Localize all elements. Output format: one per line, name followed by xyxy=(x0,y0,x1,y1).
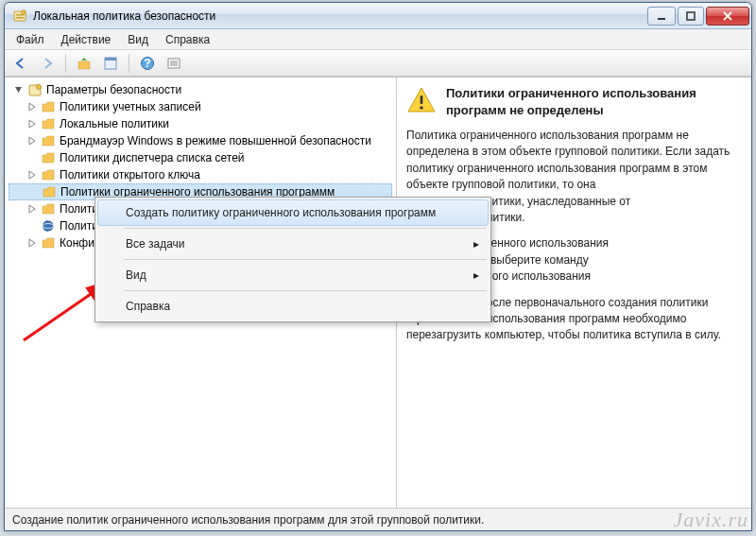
info-title: Политики ограниченного использования про… xyxy=(446,85,742,118)
tree-item-label: Локальные политики xyxy=(60,117,169,130)
folder-icon xyxy=(41,235,56,251)
folder-icon xyxy=(41,150,56,165)
back-button[interactable] xyxy=(10,53,31,74)
context-menu-separator xyxy=(124,228,487,229)
submenu-arrow-icon: ▸ xyxy=(473,237,479,251)
tree-item-firewall[interactable]: Брандмауэр Windows в режиме повышенной б… xyxy=(9,132,392,149)
context-menu-item-label: Создать политику ограниченного использов… xyxy=(126,206,436,219)
collapse-icon[interactable] xyxy=(12,83,26,96)
submenu-arrow-icon: ▸ xyxy=(473,268,479,282)
status-text: Создание политик ограниченного использов… xyxy=(12,513,484,527)
folder-icon xyxy=(41,99,56,114)
svg-rect-8 xyxy=(105,58,116,61)
menu-view[interactable]: Вид xyxy=(120,31,156,48)
expand-icon[interactable] xyxy=(26,236,39,250)
svg-rect-6 xyxy=(78,61,90,69)
tree-item-label: Брандмауэр Windows в режиме повышенной б… xyxy=(60,134,371,147)
expand-icon[interactable] xyxy=(26,168,39,182)
tree-item-label: Полити xyxy=(60,219,98,233)
context-menu-item-label: Все задачи xyxy=(126,237,185,251)
ipsec-icon xyxy=(41,218,56,233)
context-menu-separator xyxy=(124,290,487,291)
folder-icon xyxy=(41,133,56,148)
spacer xyxy=(26,219,39,233)
toolbar: ? xyxy=(5,50,751,77)
menu-action[interactable]: Действие xyxy=(54,31,119,48)
svg-point-3 xyxy=(22,9,26,13)
tree-item-label: Политики диспетчера списка сетей xyxy=(60,151,245,164)
tree-item-public-key[interactable]: Политики открытого ключа xyxy=(9,166,392,183)
context-menu-create-policy[interactable]: Создать политику ограниченного использов… xyxy=(97,199,489,226)
expand-icon[interactable] xyxy=(26,134,39,147)
warning-icon xyxy=(406,85,437,115)
svg-text:?: ? xyxy=(144,57,150,70)
folder-icon xyxy=(42,184,57,199)
app-icon xyxy=(12,9,27,24)
tree-item-label: Политики учетных записей xyxy=(60,100,201,113)
context-menu-view[interactable]: Вид ▸ xyxy=(97,262,489,288)
window-controls xyxy=(647,7,749,26)
context-menu-help[interactable]: Справка xyxy=(97,293,489,320)
expand-icon[interactable] xyxy=(26,202,39,216)
context-menu-item-label: Вид xyxy=(126,268,146,282)
toolbar-separator xyxy=(65,54,66,73)
maximize-button[interactable] xyxy=(678,7,704,26)
tree-root-label: Параметры безопасности xyxy=(46,83,181,96)
tree-item-label: Полити xyxy=(60,202,98,216)
spacer xyxy=(26,151,39,164)
tree-item-label: Конфи xyxy=(60,236,94,250)
folder-icon xyxy=(41,201,56,216)
expand-icon[interactable] xyxy=(26,117,39,130)
menu-help[interactable]: Справка xyxy=(158,31,217,48)
toolbar-separator-2 xyxy=(129,54,129,73)
info-paragraph-1: Политика ограниченного использования про… xyxy=(406,129,730,191)
tree-item-local-policies[interactable]: Локальные политики xyxy=(9,115,392,132)
status-bar: Создание политик ограниченного использов… xyxy=(5,508,751,530)
help-button[interactable]: ? xyxy=(137,53,158,74)
tree-root-item[interactable]: Параметры безопасности xyxy=(9,81,392,98)
properties-button[interactable] xyxy=(100,53,121,74)
context-menu-separator xyxy=(124,259,487,260)
close-button[interactable] xyxy=(706,7,749,26)
security-icon xyxy=(27,82,43,97)
list-button[interactable] xyxy=(163,53,184,74)
context-menu-all-tasks[interactable]: Все задачи ▸ xyxy=(97,231,489,257)
expand-icon[interactable] xyxy=(26,100,39,113)
folder-icon xyxy=(41,167,56,182)
forward-button[interactable] xyxy=(37,53,58,74)
menu-bar: Файл Действие Вид Справка xyxy=(5,29,751,50)
context-menu: Создать политику ограниченного использов… xyxy=(94,197,491,322)
window-title: Локальная политика безопасности xyxy=(33,9,647,23)
tree-item-label: Политики открытого ключа xyxy=(60,168,200,182)
watermark: Javix.ru xyxy=(674,508,748,532)
spacer xyxy=(26,185,40,199)
minimize-button[interactable] xyxy=(647,7,676,26)
context-menu-item-label: Справка xyxy=(126,300,170,313)
folder-icon xyxy=(41,116,56,131)
up-button[interactable] xyxy=(74,53,94,74)
svg-rect-2 xyxy=(16,17,24,19)
menu-file[interactable]: Файл xyxy=(9,31,52,48)
tree-item-network-list[interactable]: Политики диспетчера списка сетей xyxy=(9,149,392,166)
title-bar[interactable]: Локальная политика безопасности xyxy=(5,3,751,29)
tree-item-account-policies[interactable]: Политики учетных записей xyxy=(9,98,392,115)
svg-point-16 xyxy=(37,85,42,90)
svg-point-21 xyxy=(420,106,423,110)
svg-rect-20 xyxy=(421,95,423,104)
svg-rect-4 xyxy=(658,18,665,20)
svg-rect-5 xyxy=(687,12,695,20)
